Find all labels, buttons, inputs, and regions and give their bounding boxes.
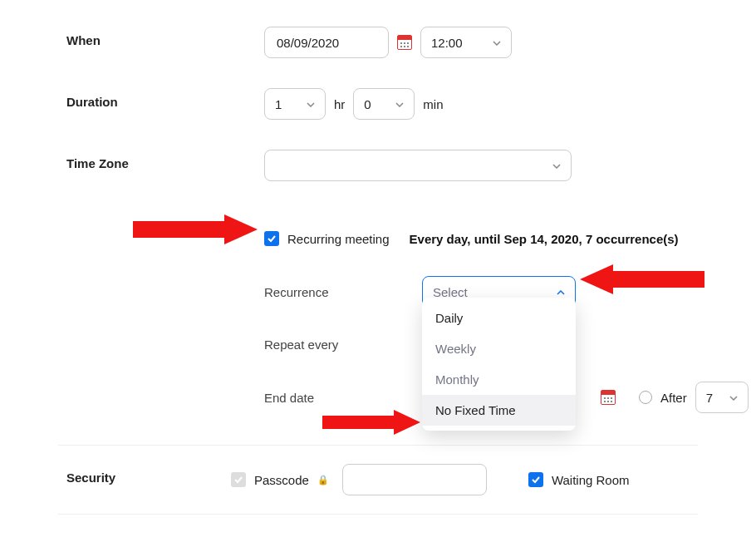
security-label: Security bbox=[0, 464, 199, 485]
after-label: After bbox=[660, 391, 687, 405]
after-radio[interactable] bbox=[639, 391, 652, 404]
chevron-down-icon bbox=[307, 99, 315, 109]
annotation-arrow-right-icon bbox=[133, 214, 258, 244]
when-time-select[interactable]: 12:00 bbox=[420, 27, 512, 58]
dropdown-item-no-fixed-time[interactable]: No Fixed Time bbox=[422, 395, 576, 426]
time-zone-select[interactable] bbox=[264, 150, 572, 181]
duration-minutes-select[interactable]: 0 bbox=[353, 88, 415, 120]
chevron-down-icon bbox=[552, 160, 561, 170]
recurring-row: Recurring meeting Every day, until Sep 1… bbox=[0, 191, 756, 256]
passcode-label: Passcode bbox=[254, 473, 309, 487]
divider bbox=[58, 445, 698, 446]
when-time-value: 12:00 bbox=[431, 36, 463, 50]
svg-marker-2 bbox=[322, 410, 420, 435]
lock-icon: 🔒 bbox=[317, 475, 329, 485]
passcode-checkbox bbox=[231, 472, 246, 487]
end-date-label: End date bbox=[264, 391, 414, 405]
calendar-icon[interactable] bbox=[397, 35, 412, 50]
calendar-icon[interactable] bbox=[601, 390, 616, 405]
repeat-every-label: Repeat every bbox=[264, 338, 414, 352]
annotation-arrow-right-icon bbox=[322, 410, 420, 435]
security-row: Security Passcode 🔒 Waiting Room bbox=[0, 452, 756, 505]
repeat-every-row: Repeat every bbox=[0, 318, 756, 362]
duration-label: Duration bbox=[0, 88, 199, 109]
chevron-up-icon bbox=[557, 287, 565, 297]
recurring-summary: Every day, until Sep 14, 2020, 7 occurre… bbox=[410, 232, 679, 246]
passcode-input[interactable] bbox=[342, 464, 487, 495]
divider bbox=[58, 514, 698, 515]
minutes-unit: min bbox=[423, 97, 443, 111]
annotation-arrow-left-icon bbox=[580, 264, 704, 294]
duration-hours-value: 1 bbox=[275, 97, 282, 111]
svg-marker-1 bbox=[580, 264, 704, 294]
after-count-select[interactable]: 7 bbox=[695, 382, 749, 413]
duration-hours-select[interactable]: 1 bbox=[264, 88, 326, 120]
chevron-down-icon bbox=[493, 37, 501, 47]
dropdown-item-monthly[interactable]: Monthly bbox=[422, 364, 576, 395]
recurrence-dropdown: Daily Weekly Monthly No Fixed Time bbox=[422, 298, 576, 431]
waiting-room-checkbox[interactable] bbox=[528, 472, 543, 487]
chevron-down-icon bbox=[395, 99, 404, 109]
duration-minutes-value: 0 bbox=[364, 97, 371, 111]
recurring-checkbox[interactable] bbox=[264, 231, 279, 246]
when-date-input[interactable]: 08/09/2020 bbox=[264, 27, 389, 58]
svg-marker-0 bbox=[133, 214, 258, 244]
when-row: When 08/09/2020 12:00 bbox=[0, 17, 756, 68]
chevron-down-icon bbox=[729, 392, 738, 402]
recurrence-value: Select bbox=[433, 285, 468, 299]
time-zone-label: Time Zone bbox=[0, 150, 199, 170]
dropdown-item-weekly[interactable]: Weekly bbox=[422, 333, 576, 364]
duration-row: Duration 1 hr 0 min bbox=[0, 68, 756, 130]
dropdown-item-daily[interactable]: Daily bbox=[422, 303, 576, 333]
time-zone-row: Time Zone bbox=[0, 130, 756, 191]
recurrence-label: Recurrence bbox=[264, 285, 414, 299]
when-date-value: 08/09/2020 bbox=[277, 36, 339, 50]
recurring-checkbox-label: Recurring meeting bbox=[287, 232, 390, 246]
waiting-room-label: Waiting Room bbox=[552, 473, 630, 487]
after-count-value: 7 bbox=[706, 391, 713, 405]
hours-unit: hr bbox=[334, 97, 345, 111]
when-label: When bbox=[0, 27, 199, 47]
